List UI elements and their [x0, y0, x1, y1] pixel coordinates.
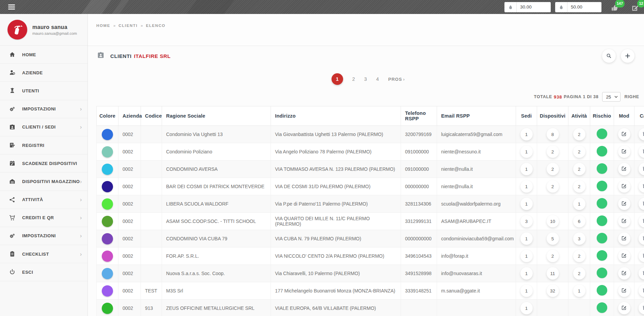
- breadcrumb-home[interactable]: HOME: [96, 24, 110, 28]
- cell-azienda: 0002: [118, 143, 141, 161]
- cell-ragione-sociale: ASAM SOC.COOP.SOC. - TITTI SCHOOL: [162, 213, 271, 230]
- count-badge: 2: [573, 146, 585, 158]
- client-color-dot: [102, 285, 113, 297]
- page-button-1[interactable]: 1: [332, 73, 343, 85]
- edit-client-button[interactable]: [618, 180, 630, 193]
- cell-azienda: 0002: [118, 178, 141, 195]
- cell-azienda: 0002: [118, 195, 141, 213]
- count-badge: 2: [573, 128, 585, 140]
- sidebar-item-impostazioni-2[interactable]: IMPOSTAZIONI›: [0, 227, 87, 245]
- cell-azienda: 0002: [118, 247, 141, 265]
- cell-sedi: 1: [516, 178, 537, 195]
- sidebar-item-registri[interactable]: REGISTRI: [0, 136, 87, 154]
- page-button-3[interactable]: 3: [364, 76, 367, 82]
- delete-client-button[interactable]: [639, 163, 644, 175]
- edit-client-button[interactable]: [618, 285, 630, 297]
- id-card-icon: [8, 124, 16, 131]
- next-page-button[interactable]: PROS›: [388, 77, 405, 82]
- messages-button[interactable]: 12: [631, 3, 641, 12]
- rows-per-page-select[interactable]: 25: [602, 92, 621, 102]
- droplet-icon: [504, 2, 517, 12]
- edit-client-button[interactable]: [618, 232, 630, 245]
- edit-client-button[interactable]: [618, 163, 630, 175]
- compose-icon: [631, 7, 639, 13]
- delete-client-button[interactable]: [639, 215, 644, 227]
- delete-client-button[interactable]: [639, 285, 644, 297]
- table-row: 0002Nuova S.a.r.a.s. Soc. Coop.Via Chiar…: [97, 265, 644, 282]
- cell-email-rspp: info@forap.it: [437, 247, 516, 265]
- edit-client-button[interactable]: [618, 267, 630, 280]
- count-badge: 2: [547, 180, 559, 193]
- client-color-dot: [102, 164, 113, 175]
- delete-client-button[interactable]: [639, 198, 644, 210]
- topbar-decoration: [74, 0, 116, 14]
- sidebar-item-esci[interactable]: ESCI: [0, 263, 87, 281]
- cell-indirizzo: Via Giovanbattista Ughetti 13 Palermo (P…: [271, 126, 401, 143]
- count-badge: 2: [573, 267, 585, 280]
- client-color-dot: [102, 268, 113, 279]
- credit-value-input-2[interactable]: [567, 2, 601, 12]
- topbar: 14712: [0, 0, 644, 14]
- table-row: 0002BAR DEI COSMI DI PATRICK MONTEVERDEV…: [97, 178, 644, 195]
- delete-client-button[interactable]: [639, 250, 644, 262]
- cell-azienda: 0002: [118, 265, 141, 282]
- sidebar-item-attivita[interactable]: ATTIVITÀ›: [0, 191, 87, 209]
- sidebar-item-scadenze-dispositivi[interactable]: SCADENZE DISPOSITIVI: [0, 154, 87, 172]
- client-color-dot: [102, 233, 113, 244]
- cell-sedi: 1: [516, 230, 537, 247]
- cell-telefono-rspp: 091000000: [401, 143, 437, 161]
- cell-ragione-sociale: ZEUS OFFICINE METALLURGICHE SRL: [162, 300, 271, 316]
- credit-value-input-1[interactable]: [517, 2, 551, 12]
- sidebar-item-label: ESCI: [22, 270, 33, 275]
- sidebar-item-label: DISPOSITIVI MAGAZZINO: [22, 179, 80, 184]
- cell-telefono-rspp: 3339148251: [401, 282, 437, 300]
- sidebar-item-checklist[interactable]: CHECKLIST›: [0, 245, 87, 263]
- add-client-button[interactable]: [621, 49, 634, 63]
- cell-ragione-sociale: Condominio Via Ughetti 13: [162, 126, 271, 143]
- sidebar-item-home[interactable]: HOME: [0, 46, 87, 64]
- sidebar-item-utenti[interactable]: UTENTI: [0, 82, 87, 100]
- cell-indirizzo: VIA TOMMASO AVERSA N. 123 PALERMO (PALER…: [271, 161, 401, 178]
- page-button-4[interactable]: 4: [376, 76, 379, 82]
- risk-indicator: [597, 215, 607, 226]
- sidebar-item-crediti-qr[interactable]: CREDITI E QR›: [0, 209, 87, 227]
- sidebar-item-dispositivi-magazzino[interactable]: DISPOSITIVI MAGAZZINO›: [0, 172, 87, 191]
- edit-client-button[interactable]: [618, 128, 630, 140]
- notifications-button[interactable]: 147: [611, 3, 620, 12]
- cell-rischio: [590, 178, 614, 195]
- page-button-2[interactable]: 2: [352, 76, 355, 82]
- cell-codice: [141, 230, 162, 247]
- table-row: 0002ASAM SOC.COOP.SOC. - TITTI SCHOOLVIA…: [97, 213, 644, 230]
- cell-telefono-rspp: 3496104543: [401, 247, 437, 265]
- edit-client-button[interactable]: [618, 198, 630, 210]
- search-button[interactable]: [602, 49, 616, 63]
- menu-toggle-button[interactable]: [8, 3, 15, 11]
- cell-email-rspp: m.sanua@ggate.it: [437, 282, 516, 300]
- edit-client-button[interactable]: [618, 302, 630, 314]
- delete-client-button[interactable]: [639, 302, 644, 314]
- count-badge: 2: [547, 163, 559, 175]
- edit-client-button[interactable]: [618, 250, 630, 262]
- cell-ragione-sociale: M3S Srl: [162, 282, 271, 300]
- delete-client-button[interactable]: [639, 128, 644, 140]
- sidebar-item-aziende[interactable]: AZIENDE: [0, 64, 87, 82]
- edit-client-button[interactable]: [618, 146, 630, 158]
- delete-client-button[interactable]: [639, 146, 644, 158]
- sidebar-item-clienti-sedi[interactable]: CLIENTI / SEDI›: [0, 118, 87, 136]
- cell-telefono-rspp: [401, 300, 437, 316]
- edit-client-button[interactable]: [618, 215, 630, 227]
- edit-icon: [621, 270, 627, 277]
- cell-ragione-sociale: CONDOMINIO VIA CUBA 79: [162, 230, 271, 247]
- delete-client-button[interactable]: [639, 180, 644, 193]
- column-header-telefono-rspp: Telefono RSPP: [401, 106, 437, 126]
- risk-indicator: [597, 250, 607, 261]
- cell-azienda: 0002: [118, 213, 141, 230]
- sidebar-item-label: UTENTI: [22, 88, 39, 93]
- user-email: mauro.sanua@gmail.com: [32, 31, 77, 35]
- cell-telefono-rspp: 0000000000: [401, 230, 437, 247]
- sidebar-item-impostazioni[interactable]: IMPOSTAZIONI›: [0, 100, 87, 118]
- breadcrumb-clienti[interactable]: CLIENTI: [118, 24, 138, 28]
- delete-client-button[interactable]: [639, 267, 644, 280]
- delete-client-button[interactable]: [639, 232, 644, 245]
- cell-rischio: [590, 230, 614, 247]
